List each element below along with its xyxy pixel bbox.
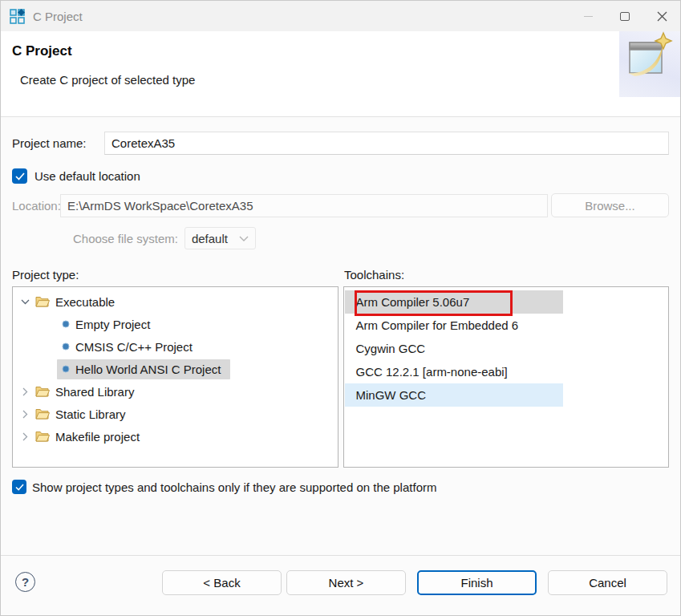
window-title: C Project xyxy=(33,10,83,23)
cancel-button[interactable]: Cancel xyxy=(548,570,667,595)
toolchain-item[interactable]: MinGW GCC xyxy=(345,383,563,407)
project-type-label: Project type: xyxy=(12,268,344,282)
tree-item-highlight: Empty Project xyxy=(57,314,160,334)
choose-file-system-label: Choose file system: xyxy=(73,232,178,245)
toolchain-item-label: Arm Compiler for Embedded 6 xyxy=(356,318,519,332)
chevron-down-icon xyxy=(239,236,249,241)
wizard-header: C Project Create C project of selected t… xyxy=(1,31,680,117)
wizard-body: Project name: Use default location Locat… xyxy=(1,132,680,494)
toolchains-list: Arm Compiler 5.06u7Arm Compiler for Embe… xyxy=(344,287,669,407)
tree-item[interactable]: Makefile project xyxy=(13,425,338,448)
new-project-wizard-icon xyxy=(9,8,26,25)
c-project-wizard-dialog: C Project C Project Create C project of … xyxy=(0,0,681,616)
maximize-icon xyxy=(620,12,630,21)
platform-filter-label: Show project types and toolchains only i… xyxy=(32,480,436,494)
file-system-value: default xyxy=(192,232,228,245)
folder-icon xyxy=(35,296,50,307)
finish-button[interactable]: Finish xyxy=(417,570,537,595)
tree-item[interactable]: Shared Library xyxy=(13,380,338,403)
tree-item[interactable]: CMSIS C/C++ Project xyxy=(13,335,338,358)
use-default-location-checkbox[interactable] xyxy=(12,168,27,184)
titlebar: C Project xyxy=(1,1,680,31)
tree-item-label: Makefile project xyxy=(55,430,140,444)
check-icon xyxy=(15,484,24,491)
toolchain-item[interactable]: Arm Compiler 5.06u7 xyxy=(345,290,563,314)
chevron-right-icon[interactable] xyxy=(20,387,30,396)
project-type-tree: ExecutableEmpty ProjectCMSIS C/C++ Proje… xyxy=(13,287,338,448)
chevron-right-icon[interactable] xyxy=(20,432,30,441)
item-dot-icon xyxy=(62,342,70,351)
tree-item[interactable]: Static Library xyxy=(13,403,338,425)
tree-item[interactable]: Empty Project xyxy=(13,313,338,335)
footer: ? < Back Next > Finish Cancel xyxy=(1,555,680,615)
toolchain-item[interactable]: Cygwin GCC xyxy=(345,337,563,360)
toolchain-item-label: GCC 12.2.1 [arm-none-eabi] xyxy=(356,365,508,379)
check-icon xyxy=(15,172,25,180)
folder-icon xyxy=(35,386,50,397)
question-icon: ? xyxy=(22,575,29,589)
close-button[interactable] xyxy=(643,1,680,31)
folder-icon xyxy=(35,431,50,442)
minimize-button[interactable] xyxy=(570,1,606,31)
tree-item-label: CMSIS C/C++ Project xyxy=(75,340,193,354)
tree-item-label: Empty Project xyxy=(75,318,150,331)
page-subtitle: Create C project of selected type xyxy=(20,73,680,87)
toolchains-panel: Arm Compiler 5.06u7Arm Compiler for Embe… xyxy=(343,286,670,468)
tree-item-label: Hello World ANSI C Project xyxy=(75,363,221,376)
tree-item-highlight: CMSIS C/C++ Project xyxy=(57,337,202,357)
close-icon xyxy=(657,11,667,22)
file-system-select[interactable]: default xyxy=(184,227,256,249)
chevron-right-icon[interactable] xyxy=(20,410,30,419)
page-title: C Project xyxy=(12,43,680,59)
browse-button[interactable]: Browse... xyxy=(551,193,669,217)
tree-item-label: Executable xyxy=(55,295,115,309)
project-name-input[interactable] xyxy=(104,132,669,155)
platform-filter-checkbox[interactable] xyxy=(12,480,26,494)
wizard-banner xyxy=(619,31,680,97)
chevron-down-icon[interactable] xyxy=(20,299,30,305)
location-input xyxy=(60,194,548,217)
toolchain-item[interactable]: Arm Compiler for Embedded 6 xyxy=(345,314,563,337)
item-dot-icon xyxy=(62,365,70,373)
project-type-panel: ExecutableEmpty ProjectCMSIS C/C++ Proje… xyxy=(12,286,338,468)
wizard-banner-icon xyxy=(625,31,675,84)
tree-item[interactable]: Hello World ANSI C Project xyxy=(13,358,338,380)
tree-item[interactable]: Executable xyxy=(13,290,338,313)
tree-item-label: Shared Library xyxy=(55,385,134,399)
toolchain-item-label: Arm Compiler 5.06u7 xyxy=(356,295,470,309)
back-button[interactable]: < Back xyxy=(162,570,282,595)
tree-item-label: Static Library xyxy=(55,407,126,421)
use-default-location-label: Use default location xyxy=(34,169,140,183)
maximize-button[interactable] xyxy=(606,1,643,31)
toolchain-item-label: Cygwin GCC xyxy=(356,342,426,355)
toolchain-item[interactable]: GCC 12.2.1 [arm-none-eabi] xyxy=(345,360,563,383)
toolchain-item-label: MinGW GCC xyxy=(356,388,427,402)
location-label: Location: xyxy=(12,199,60,213)
minimize-icon xyxy=(584,16,593,17)
folder-icon xyxy=(35,408,50,419)
toolchains-label: Toolchains: xyxy=(344,268,404,282)
next-button[interactable]: Next > xyxy=(286,570,406,595)
help-button[interactable]: ? xyxy=(15,572,35,592)
project-name-label: Project name: xyxy=(12,136,104,150)
item-dot-icon xyxy=(62,320,70,328)
tree-item-highlight: Hello World ANSI C Project xyxy=(57,359,230,379)
